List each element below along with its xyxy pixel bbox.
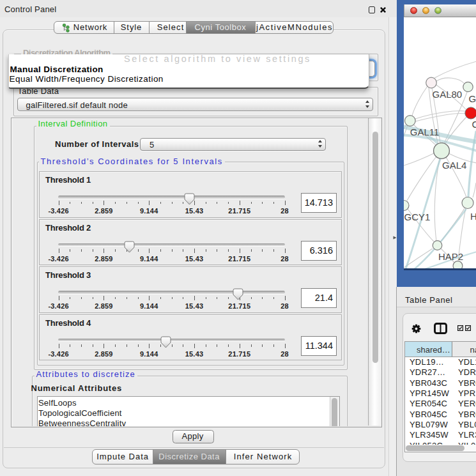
svg-text:HAP2: HAP2 xyxy=(438,251,463,262)
svg-text:GAL4: GAL4 xyxy=(442,160,466,171)
svg-text:CDC: CDC xyxy=(472,119,476,130)
svg-text:GCY1: GCY1 xyxy=(404,211,431,222)
svg-text:GAL80: GAL80 xyxy=(433,89,463,100)
svg-text:GAL3: GAL3 xyxy=(469,93,476,104)
svg-text:HAP: HAP xyxy=(470,211,476,222)
svg-text:GAL11: GAL11 xyxy=(410,127,440,137)
